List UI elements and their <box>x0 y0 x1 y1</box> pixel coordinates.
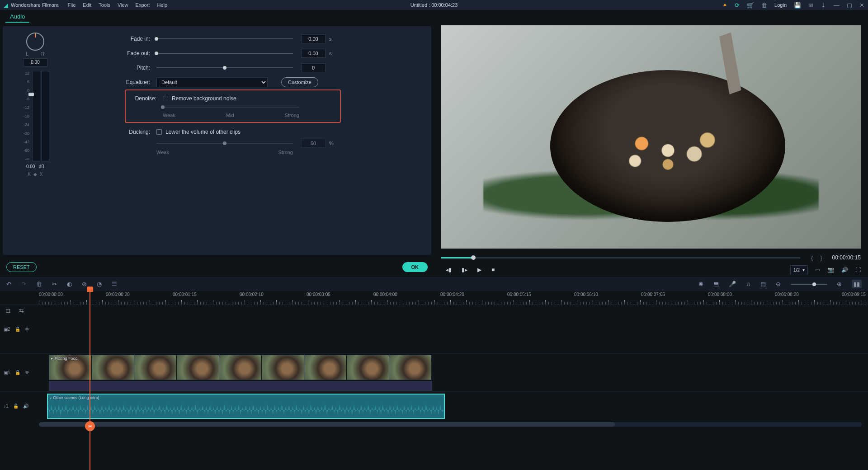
ducking-slider[interactable] <box>156 143 293 144</box>
ruler-timecode: 00:00:04:20 <box>440 292 464 297</box>
menu-edit[interactable]: Edit <box>83 2 91 8</box>
audio-clip[interactable]: ♪Other scenes (Long intro) <box>47 394 445 419</box>
prev-frame-icon[interactable]: ◂▮ <box>446 267 452 273</box>
split-icon[interactable]: ✂ <box>52 281 57 287</box>
next-frame-icon[interactable]: ▮▸ <box>462 267 467 273</box>
app-logo-icon: ◢ <box>4 2 8 9</box>
menu-view[interactable]: View <box>118 2 128 8</box>
pitch-slider[interactable] <box>156 67 293 68</box>
ducking-checkbox[interactable] <box>156 129 162 135</box>
keyframe-add-icon[interactable]: ◆ <box>33 172 37 177</box>
ruler-timecode: 00:00:05:15 <box>507 292 531 297</box>
reset-button[interactable]: RESET <box>6 262 37 272</box>
filmstrip-icon: ▸ <box>51 356 53 361</box>
lightbulb-icon[interactable]: ✦ <box>722 2 727 9</box>
balance-knob[interactable] <box>26 33 44 51</box>
marker-icon[interactable]: ⬒ <box>713 281 719 287</box>
denoise-checkbox[interactable] <box>163 96 168 101</box>
zoom-fit-icon[interactable]: ▮▮ <box>852 280 862 288</box>
volume-value[interactable]: 0.00 <box>26 164 35 169</box>
track-lock-icon[interactable]: 🔓 <box>15 327 20 332</box>
equalizer-select[interactable]: Default <box>156 77 268 87</box>
balance-value[interactable]: 0.00 <box>23 58 47 66</box>
fade-out-value[interactable]: 0.00 <box>301 49 326 58</box>
fade-in-label: Fade in: <box>80 36 156 42</box>
track-mute-icon[interactable]: 🔊 <box>23 404 28 409</box>
volume-fader[interactable] <box>28 93 34 96</box>
pitch-label: Pitch: <box>80 65 156 71</box>
undo-icon[interactable]: ↶ <box>6 281 11 287</box>
mark-in-icon[interactable]: { <box>808 254 816 261</box>
ruler-timecode: 00:00:02:10 <box>240 292 264 297</box>
tab-audio[interactable]: Audio <box>5 11 29 23</box>
balance-right-label: R <box>41 52 44 56</box>
timeline-zoom-slider[interactable] <box>791 284 827 285</box>
ducking-value[interactable]: 50 <box>301 139 326 148</box>
equalizer-customize-button[interactable]: Customize <box>281 77 318 87</box>
keyframe-prev-icon[interactable]: K <box>28 172 31 177</box>
chevron-down-icon: ▾ <box>802 268 805 273</box>
preview-audio-icon[interactable]: 🔊 <box>841 267 848 273</box>
tracks-icon[interactable]: ▤ <box>760 281 766 287</box>
adjust-icon[interactable]: ☰ <box>112 281 117 287</box>
color-icon[interactable]: ◔ <box>97 281 102 287</box>
fade-out-unit: s <box>329 51 332 56</box>
menu-file[interactable]: File <box>68 2 76 8</box>
record-vo-icon[interactable]: 🎤 <box>729 281 736 287</box>
trash-icon[interactable]: 🗑 <box>761 2 767 9</box>
timeline-fit-icon[interactable]: ⊡ <box>5 307 10 314</box>
track-visibility-icon[interactable]: 👁 <box>25 370 29 375</box>
preview-zoom-select[interactable]: 1/2▾ <box>790 265 808 274</box>
video-clip-audio-lane[interactable] <box>49 381 432 391</box>
panel-tabs: Audio <box>0 10 868 24</box>
window-maximize-icon[interactable]: ▢ <box>847 2 852 9</box>
denoise-checkbox-label: Remove background noise <box>172 95 243 102</box>
preview-progress[interactable] <box>441 257 800 258</box>
mark-out-icon[interactable]: } <box>817 254 825 261</box>
menu-tools[interactable]: Tools <box>99 2 110 8</box>
refresh-icon[interactable]: ⟳ <box>735 2 740 9</box>
window-close-icon[interactable]: ✕ <box>859 2 864 9</box>
save-icon[interactable]: 💾 <box>794 2 801 9</box>
playhead-split-icon[interactable]: ✂ <box>85 421 95 431</box>
mail-icon[interactable]: ✉ <box>808 2 813 9</box>
zoom-in-icon[interactable]: ⊕ <box>837 281 842 287</box>
menu-export[interactable]: Export <box>136 2 150 8</box>
preview-viewport[interactable] <box>441 25 861 249</box>
snapshot-icon[interactable]: 📷 <box>827 267 834 273</box>
track-visibility-icon[interactable]: 👁 <box>25 327 29 332</box>
fullscreen-icon[interactable]: ⛶ <box>855 267 861 273</box>
zoom-out-icon[interactable]: ⊖ <box>776 281 781 287</box>
render-icon[interactable]: ✺ <box>698 281 703 287</box>
ok-button[interactable]: OK <box>402 262 428 272</box>
fade-out-slider[interactable] <box>156 53 293 54</box>
mixer-icon[interactable]: ♫ <box>746 281 750 287</box>
timeline-playhead[interactable]: ✂ <box>90 291 90 470</box>
timeline-ruler[interactable]: 00:00:00:0000:00:00:2000:00:01:1500:00:0… <box>0 291 868 305</box>
fade-in-value[interactable]: 0.00 <box>301 34 326 43</box>
crop-icon[interactable]: ◐ <box>67 281 72 287</box>
fade-in-unit: s <box>329 36 332 42</box>
delete-icon[interactable]: 🗑 <box>36 281 42 287</box>
pitch-value[interactable]: 0 <box>301 63 326 72</box>
timeline-toggle-icon[interactable]: ⇆ <box>19 307 24 314</box>
cart-icon[interactable]: 🛒 <box>747 2 754 9</box>
timeline-scrollbar[interactable] <box>39 422 862 427</box>
speed-icon[interactable]: ⊘ <box>82 281 87 287</box>
keyframe-next-icon[interactable]: X <box>40 172 43 177</box>
download-icon[interactable]: ⭳ <box>821 2 826 9</box>
denoise-slider[interactable] <box>163 107 299 108</box>
play-icon[interactable]: ▶ <box>477 267 481 273</box>
window-minimize-icon[interactable]: — <box>834 2 840 9</box>
video-clip[interactable]: ▸Plating Food <box>49 355 432 380</box>
login-link[interactable]: Login <box>774 2 787 8</box>
menu-help[interactable]: Help <box>157 2 167 8</box>
fade-in-slider[interactable] <box>156 38 293 39</box>
redo-icon[interactable]: ↷ <box>21 281 26 287</box>
track-lock-icon[interactable]: 🔓 <box>13 404 19 409</box>
volume-meter-right <box>41 71 49 161</box>
stop-icon[interactable]: ■ <box>491 267 495 273</box>
ducking-unit: % <box>329 141 334 146</box>
track-lock-icon[interactable]: 🔓 <box>15 370 20 375</box>
preview-display-icon[interactable]: ▭ <box>815 267 820 273</box>
